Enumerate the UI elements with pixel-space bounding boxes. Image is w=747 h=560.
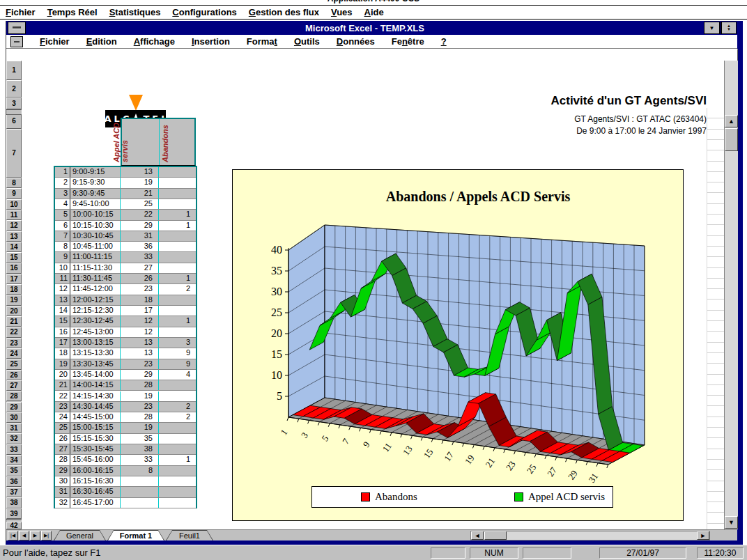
time-slot-cell[interactable]: 10:00-10:15 xyxy=(70,210,121,219)
app-menu-vues[interactable]: Vues xyxy=(331,7,353,17)
abandons-cell[interactable]: 9 xyxy=(159,359,196,369)
row-header-16[interactable]: 16 xyxy=(6,263,22,273)
abandons-cell[interactable] xyxy=(159,434,196,444)
time-slot-cell[interactable]: 11:30-11:45 xyxy=(70,274,121,283)
scroll-left-button[interactable]: ◄ xyxy=(471,531,484,540)
acd-served-cell[interactable]: 12 xyxy=(121,327,159,337)
abandons-cell[interactable]: 1 xyxy=(159,274,196,283)
row-number-cell[interactable]: 18 xyxy=(55,348,70,358)
row-number-cell[interactable]: 20 xyxy=(55,370,70,380)
time-slot-cell[interactable]: 12:30-12:45 xyxy=(70,316,121,326)
table-row[interactable]: 2515:00-15:1519 xyxy=(55,423,196,433)
row-number-cell[interactable]: 31 xyxy=(55,487,70,497)
worksheet-area[interactable]: ALCTEL Activité d'un GT Agents/SVI GT Ag… xyxy=(6,49,737,540)
acd-served-cell[interactable]: 29 xyxy=(121,370,159,380)
abandons-cell[interactable] xyxy=(159,380,196,390)
window-split-button[interactable]: ▲▼ xyxy=(721,22,737,34)
acd-served-cell[interactable]: 28 xyxy=(121,412,159,422)
abandons-cell[interactable] xyxy=(159,252,196,262)
excel-menu-fichier[interactable]: Fichier xyxy=(40,36,70,47)
sheet-tab-feuil1[interactable]: Feuil1 xyxy=(166,530,213,540)
acd-served-cell[interactable]: 21 xyxy=(121,189,159,199)
abandons-cell[interactable] xyxy=(159,189,196,199)
row-header-19[interactable]: 19 xyxy=(6,295,22,305)
row-number-cell[interactable]: 7 xyxy=(55,231,70,241)
abandons-cell[interactable] xyxy=(159,476,196,486)
row-number-cell[interactable]: 4 xyxy=(55,199,70,209)
tab-scroll-next[interactable]: ▶ xyxy=(30,531,40,540)
time-slot-cell[interactable]: 10:15-10:30 xyxy=(70,221,121,231)
time-slot-cell[interactable]: 12:00-12:15 xyxy=(70,295,121,305)
abandons-cell[interactable] xyxy=(159,242,196,251)
time-slot-cell[interactable]: 15:15-15:30 xyxy=(70,434,121,444)
abandons-cell[interactable]: 4 xyxy=(159,370,196,380)
row-header-29[interactable]: 29 xyxy=(6,402,22,412)
excel-system-menu-button[interactable] xyxy=(8,22,26,34)
abandons-cell[interactable] xyxy=(159,167,196,177)
abandons-cell[interactable]: 1 xyxy=(159,316,196,326)
time-slot-cell[interactable]: 15:45-16:00 xyxy=(70,455,121,465)
row-number-cell[interactable]: 19 xyxy=(55,359,70,369)
abandons-cell[interactable]: 1 xyxy=(159,455,196,465)
row-header-32[interactable]: 32 xyxy=(6,433,22,444)
chart-object[interactable]: 5101520253035401357911131517192123252729… xyxy=(232,169,684,521)
time-slot-cell[interactable]: 14:15-14:30 xyxy=(70,391,121,401)
row-header-31[interactable]: 31 xyxy=(6,423,22,433)
acd-served-cell[interactable]: 31 xyxy=(121,231,159,241)
time-slot-cell[interactable]: 9:30-9:45 xyxy=(70,189,121,199)
row-number-cell[interactable]: 11 xyxy=(55,274,70,283)
table-row[interactable]: 29:15-9:3019 xyxy=(55,178,196,188)
row-header-17[interactable]: 17 xyxy=(6,274,22,284)
acd-served-cell[interactable]: 23 xyxy=(121,402,159,412)
table-row[interactable]: 3216:45-17:00 xyxy=(55,498,196,508)
time-slot-cell[interactable]: 13:00-13:15 xyxy=(70,338,121,348)
abandons-cell[interactable]: 9 xyxy=(159,348,196,358)
row-header-36[interactable]: 36 xyxy=(6,476,22,487)
table-row[interactable]: 1612:45-13:0012 xyxy=(55,327,196,338)
table-row[interactable]: 49:45-10:0025 xyxy=(55,199,196,210)
table-row[interactable]: 1713:00-13:15133 xyxy=(55,338,196,348)
time-slot-cell[interactable]: 13:15-13:30 xyxy=(70,348,121,358)
time-slot-cell[interactable]: 13:30-13:45 xyxy=(70,359,121,369)
row-number-cell[interactable]: 26 xyxy=(55,434,70,444)
acd-served-cell[interactable] xyxy=(121,476,159,486)
acd-served-cell[interactable]: 23 xyxy=(121,284,159,294)
acd-served-cell[interactable]: 28 xyxy=(121,380,159,390)
row-header-20[interactable]: 20 xyxy=(6,306,22,316)
scroll-down-button[interactable]: ▼ xyxy=(725,516,738,529)
table-row[interactable]: 610:15-10:30291 xyxy=(55,221,196,231)
acd-served-cell[interactable]: 26 xyxy=(121,274,159,283)
row-number-cell[interactable]: 21 xyxy=(55,380,70,390)
row-number-cell[interactable]: 5 xyxy=(55,210,70,219)
app-menu-configurations[interactable]: Configurations xyxy=(172,7,236,17)
abandons-cell[interactable]: 2 xyxy=(159,284,196,294)
tab-scroll-first[interactable]: |◀ xyxy=(8,531,18,540)
row-number-cell[interactable]: 15 xyxy=(55,316,70,326)
row-number-cell[interactable]: 12 xyxy=(55,284,70,294)
row-number-cell[interactable]: 10 xyxy=(55,263,70,273)
table-row[interactable]: 1111:30-11:45261 xyxy=(55,274,196,284)
row-header-11[interactable]: 11 xyxy=(6,210,22,220)
row-header-12[interactable]: 12 xyxy=(6,220,22,231)
abandons-cell[interactable] xyxy=(159,178,196,187)
row-number-cell[interactable]: 24 xyxy=(55,412,70,422)
app-menu-temps-r-el[interactable]: Temps Réel xyxy=(47,7,98,17)
acd-served-cell[interactable]: 35 xyxy=(121,434,159,444)
table-row[interactable]: 3116:30-16:45 xyxy=(55,487,196,497)
acd-served-cell[interactable] xyxy=(121,487,159,497)
acd-served-cell[interactable]: 13 xyxy=(121,338,159,348)
time-slot-cell[interactable]: 9:15-9:30 xyxy=(70,178,121,187)
app-menu-gestion-des-flux[interactable]: Gestion des flux xyxy=(249,7,319,17)
acd-served-cell[interactable]: 33 xyxy=(121,252,159,262)
row-number-cell[interactable]: 28 xyxy=(55,455,70,465)
row-header-23[interactable]: 23 xyxy=(6,338,22,348)
acd-served-cell[interactable]: 27 xyxy=(121,263,159,273)
scroll-up-button[interactable]: ▲ xyxy=(725,115,738,127)
time-slot-cell[interactable]: 12:15-12:30 xyxy=(70,306,121,316)
row-number-cell[interactable]: 8 xyxy=(55,242,70,251)
time-slot-cell[interactable]: 15:30-15:45 xyxy=(70,444,121,454)
abandons-cell[interactable] xyxy=(159,444,196,454)
acd-served-cell[interactable]: 12 xyxy=(121,316,159,326)
acd-served-cell[interactable]: 38 xyxy=(121,444,159,454)
row-header-8[interactable]: 8 xyxy=(6,178,22,188)
